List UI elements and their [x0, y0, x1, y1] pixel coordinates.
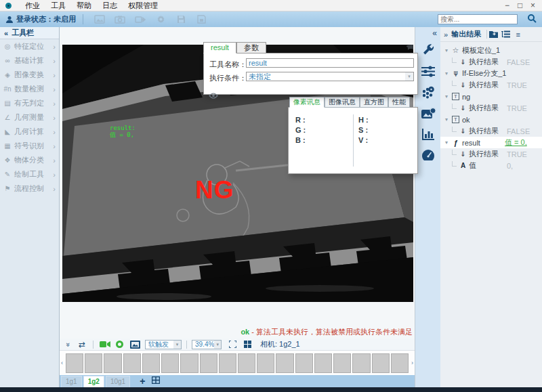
- expander-icon[interactable]: ▾: [442, 116, 451, 123]
- tree-item-if-else[interactable]: ▾ ⋔ If-Else分支_1: [440, 68, 542, 79]
- tree-item-template-locate[interactable]: ▾ ☆ 模板定位_1: [440, 45, 542, 56]
- filmstrip-thumbnail[interactable]: [238, 353, 255, 373]
- fit-view-icon[interactable]: [224, 341, 241, 348]
- image-source-icon[interactable]: [89, 14, 110, 25]
- menu-help[interactable]: 帮助: [71, 0, 97, 11]
- image-gallery-icon[interactable]: [127, 341, 143, 349]
- grid-view-icon[interactable]: [241, 341, 254, 348]
- tree-collapse-icon[interactable]: [500, 30, 512, 38]
- image-status-icon[interactable]: [421, 106, 436, 120]
- pin-icon[interactable]: [406, 43, 414, 52]
- save-as-icon[interactable]: [191, 14, 211, 25]
- tab-params[interactable]: 参数: [236, 42, 266, 53]
- sidebar-item-geometry-measure[interactable]: ∠ 几何测量 ›: [0, 110, 59, 125]
- tree-item-result[interactable]: ▾ ƒ result 值 = 0,: [440, 137, 542, 148]
- tree-subitem-exec-result[interactable]: ⇓ 执行结果 TRUE: [440, 102, 542, 114]
- tab-performance[interactable]: 性能: [388, 97, 410, 108]
- menu-log[interactable]: 日志: [97, 0, 123, 11]
- tool-wrench-icon[interactable]: [421, 43, 436, 57]
- single-capture-icon[interactable]: [112, 341, 127, 348]
- sidebar-item-feature-locate[interactable]: ◎ 特征定位 ›: [0, 39, 59, 53]
- camera-tab-1g2[interactable]: 1g2: [83, 376, 104, 387]
- expander-icon[interactable]: ▾: [442, 139, 451, 146]
- camera-settings-icon[interactable]: [110, 14, 130, 25]
- close-button[interactable]: ×: [526, 0, 539, 11]
- filmstrip-thumbnail[interactable]: [161, 353, 179, 373]
- sidebar-item-presence-check[interactable]: ▤ 有无判定 ›: [0, 96, 59, 110]
- tree-item-ng[interactable]: ▾ T ng: [440, 91, 542, 102]
- filmstrip-thumbnail[interactable]: [314, 353, 332, 373]
- live-video-icon[interactable]: [98, 341, 112, 348]
- filmstrip-thumbnail[interactable]: [295, 353, 313, 373]
- layout-grid-icon[interactable]: [152, 376, 160, 385]
- menu-job[interactable]: 作业: [20, 0, 45, 11]
- list-menu-icon[interactable]: ≡: [512, 30, 524, 39]
- tab-pixel-info[interactable]: 像素讯息: [289, 97, 325, 108]
- sidebar-item-symbol-recognize[interactable]: ▦ 符号识别 ›: [0, 139, 59, 153]
- exec-condition-select[interactable]: 未指定 ▾: [246, 72, 414, 81]
- sidebar-item-draw-tools[interactable]: ✎ 绘制工具 ›: [0, 167, 59, 181]
- filmstrip-thumbnail[interactable]: [104, 353, 121, 373]
- settings-gear-icon[interactable]: [150, 14, 171, 25]
- result-value-badge[interactable]: 值 = 0,: [505, 137, 527, 148]
- collapse-right-panel-icon[interactable]: «: [432, 28, 437, 38]
- filmstrip-thumbnail[interactable]: [372, 353, 390, 373]
- expander-icon[interactable]: ▾: [442, 70, 451, 77]
- performance-gauge-icon[interactable]: [421, 148, 436, 162]
- filmstrip-thumbnail[interactable]: [352, 353, 370, 373]
- run-export-icon[interactable]: [130, 14, 150, 25]
- menu-permissions[interactable]: 权限管理: [123, 0, 163, 11]
- menu-tools[interactable]: 工具: [45, 0, 71, 11]
- filmstrip-thumbnail[interactable]: [333, 353, 351, 373]
- add-camera-button[interactable]: +: [140, 376, 145, 387]
- swap-icon[interactable]: ⇄: [76, 340, 88, 349]
- filmstrip-thumbnail[interactable]: [276, 353, 293, 373]
- filmstrip-thumbnail[interactable]: [219, 353, 236, 373]
- sidebar-item-flow-control[interactable]: ⚑ 流程控制 ›: [0, 181, 59, 196]
- filmstrip-thumbnail[interactable]: [257, 353, 274, 373]
- tab-histogram[interactable]: 直方图: [360, 97, 388, 108]
- parameters-sliders-icon[interactable]: [421, 64, 436, 78]
- tab-image-info[interactable]: 图像讯息: [325, 97, 360, 108]
- search-input[interactable]: [438, 14, 518, 24]
- expander-icon[interactable]: ▾: [442, 47, 451, 53]
- maximize-button[interactable]: □: [514, 0, 526, 11]
- tree-item-ok[interactable]: ▾ T ok: [440, 114, 542, 125]
- tree-subitem-exec-result[interactable]: ⇓ 执行结果 TRUE: [440, 148, 542, 160]
- camera-tab-10g1[interactable]: 10g1: [106, 376, 130, 387]
- filmstrip-thumbnail[interactable]: [85, 353, 102, 373]
- tool-name-input[interactable]: [246, 58, 414, 68]
- eye-visibility-icon[interactable]: [209, 92, 218, 100]
- filmstrip-thumbnail[interactable]: [391, 353, 409, 373]
- module-status-icon[interactable]: [421, 85, 436, 99]
- sidebar-item-basic-calc[interactable]: ∞ 基础计算 ›: [0, 53, 59, 68]
- tree-subitem-exec-result[interactable]: ⇓ 执行结果 TRUE: [440, 79, 542, 91]
- filmstrip-thumbnail[interactable]: [142, 353, 160, 373]
- camera-tab-1g1[interactable]: 1g1: [61, 376, 82, 387]
- tree-subitem-exec-result[interactable]: ⇓ 执行结果 FALSE: [440, 56, 542, 68]
- minimize-button[interactable]: −: [501, 0, 514, 11]
- filmstrip-thumbnail[interactable]: [200, 353, 217, 373]
- sidebar-item-count-check[interactable]: #n 数量检测 ›: [0, 82, 59, 96]
- save-icon[interactable]: [171, 14, 191, 25]
- tab-result[interactable]: result: [203, 42, 236, 53]
- collapse-sidebar-icon[interactable]: «: [4, 29, 8, 37]
- trigger-mode-dropdown[interactable]: 软触发 ▾: [145, 340, 182, 349]
- sidebar-item-geometry-calc[interactable]: ◣ 几何计算 ›: [0, 125, 59, 139]
- folder-icon[interactable]: [488, 30, 499, 38]
- expander-icon[interactable]: ▾: [442, 93, 451, 100]
- tree-subitem-value[interactable]: A 值 0,: [440, 160, 542, 171]
- filmstrip-thumbnail[interactable]: [123, 353, 141, 373]
- filmstrip-right-arrow[interactable]: ›: [410, 360, 415, 366]
- filmstrip-thumbnail[interactable]: [180, 353, 198, 373]
- histogram-chart-icon[interactable]: [421, 127, 436, 141]
- tree-subitem-exec-result[interactable]: ⇓ 执行结果 FALSE: [440, 125, 542, 137]
- expand-panel-icon[interactable]: »: [444, 30, 448, 39]
- sidebar-item-object-classify[interactable]: ❖ 物体分类 ›: [0, 153, 59, 167]
- filmstrip-left-arrow[interactable]: ‹: [60, 360, 64, 366]
- filmstrip-thumbnail[interactable]: [66, 353, 83, 373]
- zoom-level-dropdown[interactable]: 39.4% ▾: [192, 340, 222, 349]
- sidebar-item-image-transform[interactable]: ◈ 图像变换 ›: [0, 68, 59, 82]
- search-icon[interactable]: [527, 14, 537, 24]
- collapse-panel-icon[interactable]: »: [64, 340, 72, 349]
